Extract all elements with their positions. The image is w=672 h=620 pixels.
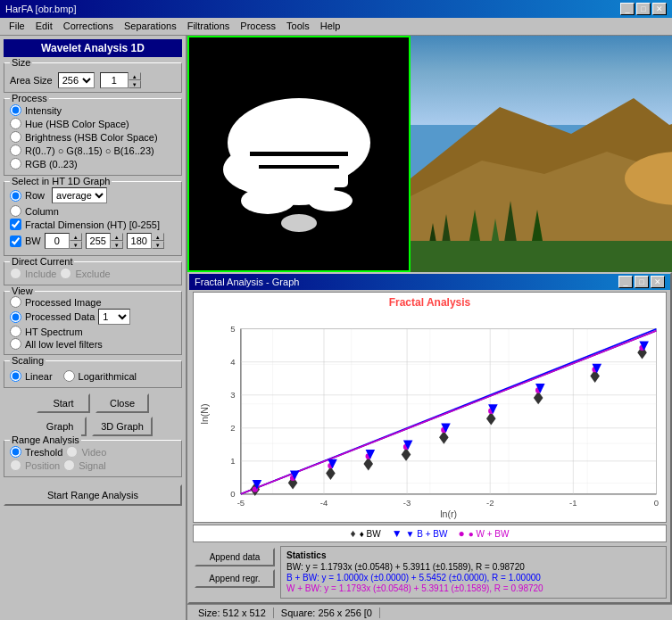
treshold-radio[interactable]: [10, 446, 21, 458]
fractal-close[interactable]: ✕: [651, 276, 665, 288]
close-button-panel[interactable]: Close: [95, 393, 149, 413]
svg-rect-21: [411, 241, 672, 272]
process-group-label: Process: [10, 93, 49, 103]
fractal-title: Fractal Analysis - Graph: [195, 277, 299, 287]
menu-filtrations[interactable]: Filtrations: [182, 20, 236, 33]
menu-file[interactable]: File: [4, 20, 30, 33]
legend-b-bw-label: ▼ B + BW: [406, 529, 448, 539]
menu-tools[interactable]: Tools: [281, 20, 315, 33]
bw-val-down[interactable]: ▼: [152, 241, 164, 249]
bw-min-input[interactable]: [45, 233, 70, 249]
maximize-button[interactable]: □: [636, 3, 651, 15]
row-radio[interactable]: [10, 190, 21, 202]
position-radio[interactable]: [10, 459, 21, 471]
append-data-button[interactable]: Append data: [195, 548, 275, 566]
svg-text:-4: -4: [320, 498, 328, 508]
rgb2-radio[interactable]: [10, 158, 21, 169]
ht-spec-label: HT Spectrum: [25, 327, 83, 337]
size-spin-input[interactable]: [100, 72, 129, 88]
legend-w-bw-label: ● W + BW: [469, 529, 510, 539]
stats-bw-text: BW: y = 1.1793x (±0.0548) + 5.3911 (±0.1…: [286, 562, 525, 572]
svg-text:5: 5: [230, 324, 235, 334]
svg-text:1: 1: [230, 456, 235, 466]
area-size-select[interactable]: 256 64 128 512: [58, 72, 95, 88]
menu-help[interactable]: Help: [315, 20, 346, 33]
bw-max-down[interactable]: ▼: [111, 241, 123, 249]
main-container: Wavelet Analysis 1D Size Area Size 256 6…: [0, 36, 672, 620]
bw-min-up[interactable]: ▲: [70, 233, 82, 241]
rgb1-label: R(0..7) ○ G(8..15) ○ B(16..23): [25, 145, 154, 156]
intensity-radio[interactable]: [10, 104, 21, 116]
view-group-label: View: [10, 285, 35, 296]
stats-w-bw-text: W + BW: y = 1.1793x (±0.0548) + 5.3911 (…: [286, 583, 543, 593]
fractal-label: Fractal Dimension (HT) [0-255]: [25, 219, 160, 230]
menu-process[interactable]: Process: [235, 20, 281, 33]
graph-button[interactable]: Graph: [33, 417, 87, 436]
proc-data-label: Processed Data: [25, 311, 95, 322]
scaling-group: Scaling Linear Logarithmical: [4, 360, 182, 388]
window-controls[interactable]: _ □ ✕: [620, 3, 667, 15]
spin-up[interactable]: ▲: [129, 72, 141, 80]
average-select[interactable]: average: [52, 187, 107, 203]
title-bar: HarFA [obr.bmp] _ □ ✕: [0, 0, 672, 18]
menu-edit[interactable]: Edit: [30, 20, 58, 33]
menu-separations[interactable]: Separations: [119, 20, 182, 33]
stats-b-bw-row: B + BW: y = 1.0000x (±0.0000) + 5.5452 (…: [286, 573, 660, 583]
start-range-button[interactable]: Start Range Analysis: [4, 484, 182, 506]
proc-data-radio[interactable]: [10, 311, 21, 323]
range-analysis-group: Range Analysis Treshold Video Position S…: [4, 440, 182, 477]
fractal-minimize[interactable]: _: [618, 276, 633, 288]
stats-title: Statistics: [286, 550, 660, 560]
view-number-select[interactable]: 1: [98, 309, 130, 325]
chart-legend: ♦ ♦ BW ▼ ▼ B + BW ● ● W + BW: [193, 525, 667, 542]
minimize-button[interactable]: _: [620, 3, 635, 15]
bw-val-input[interactable]: [127, 233, 152, 249]
ht-spec-radio[interactable]: [10, 326, 21, 337]
spin-down[interactable]: ▼: [129, 80, 141, 88]
size-spinbox[interactable]: ▲ ▼: [100, 72, 141, 88]
svg-text:4: 4: [230, 357, 236, 367]
rgb1-radio[interactable]: [10, 145, 21, 156]
hue-radio[interactable]: [10, 118, 21, 129]
log-radio[interactable]: [63, 370, 75, 382]
svg-text:ln(r): ln(r): [440, 508, 457, 519]
menu-corrections[interactable]: Corrections: [58, 20, 119, 33]
legend-b-bw: ▼ ▼ B + BW: [392, 527, 448, 540]
natural-image-svg: [411, 36, 672, 272]
start-button[interactable]: Start: [37, 393, 90, 413]
brightness-label: Brightness (HSB Color Space): [25, 132, 158, 143]
fractal-window: Fractal Analysis - Graph _ □ ✕ Fractal A…: [187, 272, 672, 604]
svg-point-6: [241, 187, 295, 214]
svg-text:ln(N): ln(N): [199, 403, 210, 424]
include-label: Include: [25, 269, 56, 279]
exclude-radio[interactable]: [60, 268, 71, 279]
fractal-checkbox[interactable]: [10, 219, 21, 230]
row-label: Row: [25, 190, 45, 201]
bw-max-up[interactable]: ▲: [111, 233, 123, 241]
append-regr-button[interactable]: Append regr.: [195, 569, 275, 588]
bw-max-input[interactable]: [86, 233, 111, 249]
signal-radio[interactable]: [63, 459, 75, 471]
legend-w-bw: ● ● W + BW: [458, 527, 509, 540]
signal-label: Signal: [79, 460, 106, 471]
area-size-label: Area Size: [10, 75, 53, 86]
ht-group-label: Select in HT 1D Graph: [10, 176, 112, 186]
svg-text:2: 2: [230, 423, 235, 433]
close-button[interactable]: ✕: [652, 3, 667, 15]
col-radio[interactable]: [10, 205, 21, 217]
fractal-maximize[interactable]: □: [635, 276, 649, 288]
processed-image-svg: [187, 36, 411, 272]
graph-3d-button[interactable]: 3D Graph: [92, 417, 153, 436]
bw-val-up[interactable]: ▲: [152, 233, 164, 241]
svg-point-8: [281, 214, 317, 232]
brightness-radio[interactable]: [10, 131, 21, 143]
proc-img-radio[interactable]: [10, 296, 21, 308]
all-low-radio[interactable]: [10, 338, 21, 350]
include-radio[interactable]: [10, 268, 21, 279]
linear-radio[interactable]: [10, 370, 21, 382]
video-radio[interactable]: [66, 446, 78, 458]
scaling-group-label: Scaling: [10, 355, 46, 366]
bw-label: BW: [25, 236, 41, 246]
bw-min-down[interactable]: ▼: [70, 241, 82, 249]
bw-checkbox[interactable]: [10, 236, 21, 247]
